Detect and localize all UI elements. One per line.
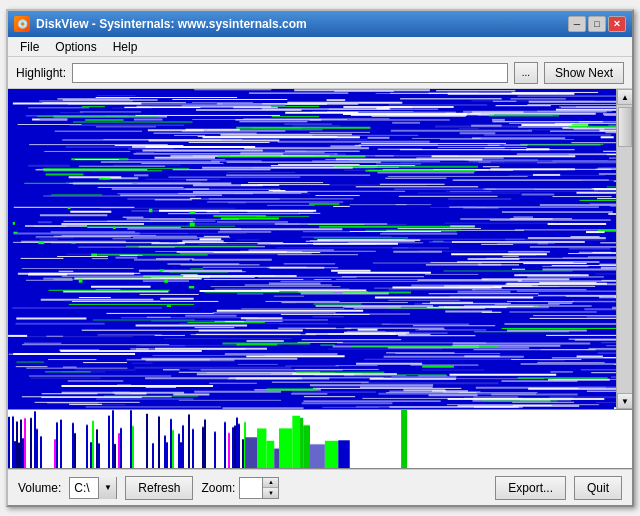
volume-select[interactable]: C:\ ▼ — [69, 477, 117, 499]
volume-value: C:\ — [70, 481, 98, 495]
status-bar: Volume: C:\ ▼ Refresh Zoom: ▲ ▼ Export..… — [8, 469, 632, 505]
minimize-button[interactable]: ─ — [568, 16, 586, 32]
show-next-button[interactable]: Show Next — [544, 62, 624, 84]
vertical-scrollbar: ▲ ▼ — [616, 89, 632, 409]
close-button[interactable]: ✕ — [608, 16, 626, 32]
scroll-track[interactable] — [617, 105, 632, 393]
title-bar-left: 💿 DiskView - Sysinternals: www.sysintern… — [14, 16, 307, 32]
zoom-container: Zoom: ▲ ▼ — [201, 477, 279, 499]
content-area: ▲ ▼ — [8, 89, 632, 469]
menu-file[interactable]: File — [12, 38, 47, 56]
zoom-label: Zoom: — [201, 481, 235, 495]
volume-label: Volume: — [18, 481, 61, 495]
refresh-button[interactable]: Refresh — [125, 476, 193, 500]
browse-button[interactable]: ... — [514, 62, 538, 84]
app-icon: 💿 — [14, 16, 30, 32]
toolbar: Highlight: ... Show Next — [8, 57, 632, 89]
menu-help[interactable]: Help — [105, 38, 146, 56]
overview-bar — [8, 409, 632, 469]
disk-view-container: ▲ ▼ — [8, 89, 632, 409]
scroll-thumb[interactable] — [618, 107, 632, 147]
overview-canvas[interactable] — [8, 410, 632, 468]
zoom-arrows: ▲ ▼ — [263, 477, 279, 499]
disk-view-canvas[interactable] — [8, 89, 616, 409]
zoom-up-button[interactable]: ▲ — [263, 478, 278, 488]
highlight-input[interactable] — [72, 63, 508, 83]
highlight-label: Highlight: — [16, 66, 66, 80]
scroll-down-button[interactable]: ▼ — [617, 393, 632, 409]
menu-options[interactable]: Options — [47, 38, 104, 56]
main-window: 💿 DiskView - Sysinternals: www.sysintern… — [6, 9, 634, 507]
volume-dropdown-button[interactable]: ▼ — [98, 477, 116, 499]
export-button[interactable]: Export... — [495, 476, 566, 500]
maximize-button[interactable]: □ — [588, 16, 606, 32]
title-bar: 💿 DiskView - Sysinternals: www.sysintern… — [8, 11, 632, 37]
quit-button[interactable]: Quit — [574, 476, 622, 500]
window-title: DiskView - Sysinternals: www.sysinternal… — [36, 17, 307, 31]
zoom-down-button[interactable]: ▼ — [263, 487, 278, 497]
title-buttons: ─ □ ✕ — [568, 16, 626, 32]
scroll-up-button[interactable]: ▲ — [617, 89, 632, 105]
menu-bar: File Options Help — [8, 37, 632, 57]
zoom-spinner: ▲ ▼ — [239, 477, 279, 499]
zoom-input[interactable] — [239, 477, 263, 499]
